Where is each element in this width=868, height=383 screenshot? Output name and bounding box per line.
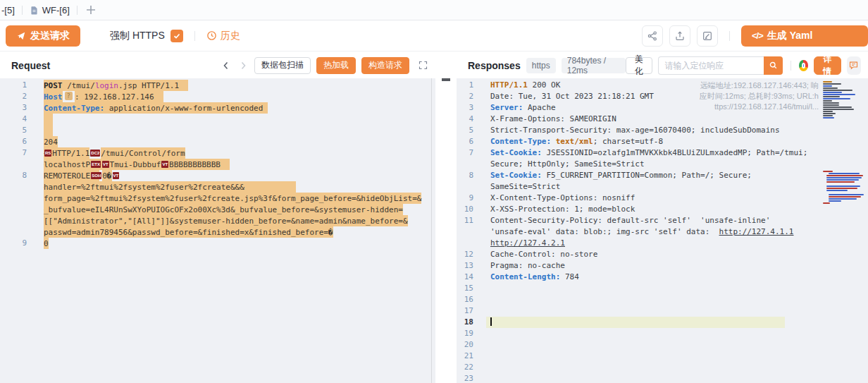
code-line[interactable]: 13Pragma: no-cache <box>457 260 868 272</box>
header-divider <box>790 61 791 71</box>
edit-button[interactable] <box>697 25 718 47</box>
request-editor[interactable]: 1POST /tmui/login.jsp HTTP/1.1 2Host?: 1… <box>0 78 435 383</box>
export-button[interactable] <box>669 25 690 47</box>
code-line[interactable]: Secure; HttpOnly; SameSite=Strict <box>457 159 868 170</box>
code-line[interactable]: 1POST /tmui/login.jsp HTTP/1.1 <box>0 80 435 91</box>
code-line[interactable]: 6204→→ <box>0 136 435 147</box>
code-line[interactable]: 6Content-Type: text/xml; charset=utf-8 <box>457 136 868 147</box>
line-content: Strict-Transport-Security: max-age=16070… <box>490 125 780 136</box>
fullscreen-button[interactable] <box>418 60 428 71</box>
tab-wf-6[interactable]: WF-[6] <box>23 0 77 20</box>
line-number <box>457 181 473 193</box>
request-panel: Request 数据包扫描 热加载 构造请求 <box>0 52 435 383</box>
clock-icon <box>206 30 217 41</box>
code-line[interactable]: http://127.4.2.1 <box>457 238 868 249</box>
code-line[interactable]: 12Cache-Control: no-store <box>457 249 868 260</box>
line-content: X-XSS-Protection: 1; mode=block <box>490 204 635 215</box>
toolbar-divider <box>729 31 730 41</box>
panel-resize-handle[interactable] <box>442 78 450 81</box>
code-line[interactable]: [["Administrator","[All]"]]&systemuser-h… <box>0 215 435 226</box>
line-content: Host?: 192.168.127.146 <box>44 91 163 102</box>
expand-icon <box>418 60 428 71</box>
code-line[interactable]: _bufvalue=eIL4RUnSwXYoPUIOGcOFx2o00Xc%3d… <box>0 204 435 215</box>
search-button[interactable] <box>764 56 783 75</box>
line-number: 5 <box>0 125 27 136</box>
packet-scan-button[interactable]: 数据包扫描 <box>254 57 311 74</box>
response-code-lines: 1HTTP/1.1 200 OK2Date: Tue, 31 Oct 2023 … <box>457 80 868 383</box>
code-line[interactable]: 5Strict-Transport-Security: max-age=1607… <box>457 125 868 136</box>
construct-request-button[interactable]: 构造请求 <box>361 57 409 74</box>
code-line[interactable]: 10X-XSS-Protection: 1; mode=block <box>457 204 868 215</box>
line-content: Date: Tue, 31 Oct 2023 21:18:21 GMT <box>490 91 654 102</box>
line-content: _bufvalue=eIL4RUnSwXYoPUIOGcOFx2o00Xc%3d… <box>44 204 403 215</box>
code-line[interactable]: 8REMOTEROLESOH0�VT→ localhostETXENQadmin… <box>0 170 435 181</box>
next-request-button[interactable] <box>237 60 249 71</box>
detail-button[interactable]: 详情 <box>814 56 841 75</box>
hot-reload-button[interactable]: 热加载 <box>316 57 356 74</box>
line-number: 9 <box>0 238 27 249</box>
code-line[interactable]: 20 <box>457 339 868 351</box>
code-line[interactable]: 18 <box>457 317 868 328</box>
code-line[interactable]: 5 <box>0 125 435 136</box>
force-https-checkbox[interactable] <box>170 30 183 42</box>
line-number: 4 <box>457 114 473 125</box>
response-meta-info: 远端地址:192.168.127.146:443; 响 应时间:12ms; 总耗… <box>700 80 819 112</box>
response-search-input[interactable] <box>658 56 764 75</box>
share-button[interactable] <box>642 25 663 47</box>
code-line[interactable]: 11Content-Security-Policy: default-src '… <box>457 215 868 226</box>
code-line[interactable]: 3Content-Type: application/x-www-form-ur… <box>0 102 435 114</box>
code-line[interactable]: 9X-Content-Type-Options: nosniff <box>457 193 868 204</box>
line-number: 1 <box>457 80 473 91</box>
history-button[interactable]: 历史 <box>206 30 240 42</box>
line-number <box>0 181 27 193</box>
line-content: RSHTTP/1.1DC2/tmui/Control/form→ 127.0.0… <box>44 147 185 159</box>
code-icon: </> <box>752 30 763 41</box>
send-request-label: 发送请求 <box>30 30 70 42</box>
line-number: 9 <box>457 193 473 204</box>
code-line[interactable]: 8Set-Cookie: F5_CURRENT_PARTITION=Common… <box>457 170 868 181</box>
code-line[interactable]: 22 <box>457 362 868 373</box>
code-minimap[interactable] <box>823 81 867 205</box>
code-line[interactable]: 16 <box>457 294 868 305</box>
code-line[interactable]: 23 <box>457 373 868 383</box>
request-scrollbar-track[interactable] <box>431 78 432 383</box>
code-line[interactable]: form_page=%2ftmui%2fsystem%2fuser%2fcrea… <box>0 193 435 204</box>
code-line[interactable]: passwd=admin789456&passwd_before=&finish… <box>0 226 435 238</box>
code-line[interactable]: 2Host?: 192.168.127.146 <box>0 91 435 102</box>
code-line[interactable]: SameSite=Strict <box>457 181 868 193</box>
code-line[interactable]: 4 <box>0 114 435 125</box>
code-line[interactable]: 19 <box>457 328 868 339</box>
line-number: 3 <box>457 102 473 114</box>
code-line[interactable]: 17 <box>457 305 868 317</box>
line-number: 4 <box>0 114 27 125</box>
beautify-button[interactable]: 美化 <box>626 57 653 74</box>
code-line[interactable]: 7RSHTTP/1.1DC2/tmui/Control/form→ 127.0.… <box>0 147 435 159</box>
code-line[interactable]: 15 <box>457 283 868 294</box>
line-number: 16 <box>457 294 473 305</box>
prev-request-button[interactable] <box>221 60 232 71</box>
response-header-actions: 美化 详情 <box>626 56 861 75</box>
code-line[interactable]: 4X-Frame-Options: SAMEORIGIN <box>457 114 868 125</box>
tab-wf-5[interactable]: -[5] <box>0 0 22 20</box>
send-request-button[interactable]: 发送请求 <box>6 25 80 47</box>
line-number <box>0 193 27 204</box>
code-line[interactable]: 'unsafe-eval' data: blob:; img-src 'self… <box>457 226 868 238</box>
edit-icon <box>702 30 713 42</box>
code-line[interactable]: localhostPETXVTTmui-DubbufVTBBBBBBBBBBB <box>0 159 435 170</box>
add-tab-button[interactable] <box>78 5 104 15</box>
code-line[interactable]: 7Set-Cookie: JSESSIONID=ozlafg1mTMVKXkbk… <box>457 147 868 159</box>
text-cursor <box>490 317 492 326</box>
feedback-button[interactable] <box>847 56 861 75</box>
code-line[interactable]: 90 <box>0 238 435 249</box>
request-panel-title: Request <box>11 60 50 71</box>
generate-yaml-button[interactable]: </> 生成 Yaml <box>741 25 868 47</box>
code-line[interactable]: handler=%2ftmui%2fsystem%2fuser%2fcreate… <box>0 181 435 193</box>
code-line[interactable]: 14Content-Length: 784 <box>457 272 868 283</box>
line-content: Cache-Control: no-store <box>490 249 597 260</box>
code-line[interactable]: 21 <box>457 351 868 362</box>
line-number <box>0 204 27 215</box>
chat-bubble-icon <box>848 60 859 71</box>
open-in-browser-button[interactable] <box>799 60 808 71</box>
response-editor[interactable]: 1HTTP/1.1 200 OK2Date: Tue, 31 Oct 2023 … <box>457 78 868 383</box>
response-panel-header: Responses https 784bytes / 12ms 美化 详情 <box>457 52 868 78</box>
